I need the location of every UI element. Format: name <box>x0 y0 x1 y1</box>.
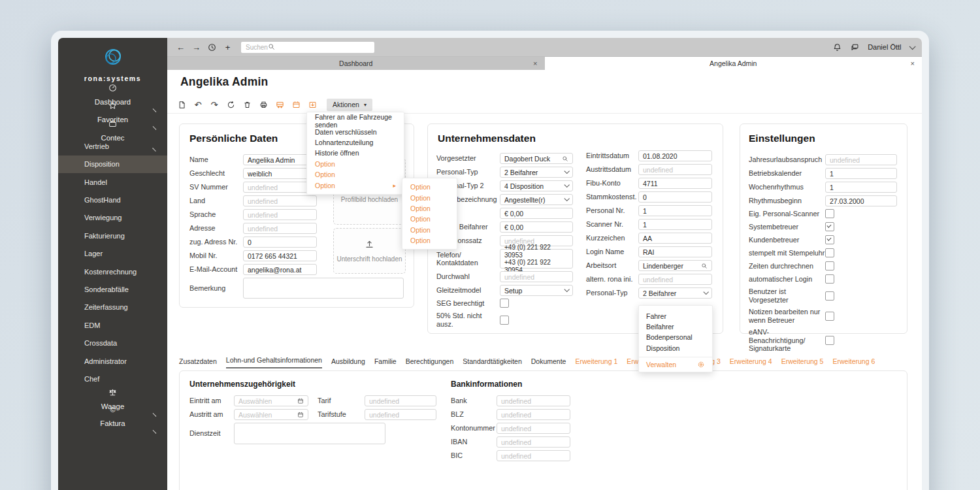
back-icon[interactable]: ← <box>176 42 186 52</box>
detail-tab-erweiterung-6[interactable]: Erweiterung 6 <box>832 357 875 368</box>
input-stammkostenst[interactable]: 0 <box>638 191 712 203</box>
detail-tab-berechtigungen[interactable]: Berechtigungen <box>406 357 454 368</box>
input-arbeitsort[interactable]: Lindenberger <box>638 260 712 271</box>
input-kontonummer[interactable]: undefined <box>497 423 570 434</box>
input-h[interactable]: € 0,00 <box>500 208 573 219</box>
input-betriebskalender[interactable]: 1 <box>825 168 897 179</box>
input-iban[interactable]: undefined <box>497 436 570 448</box>
input-austrittsdatum[interactable]: undefined <box>638 164 712 175</box>
input-jahresurlaubsanspruch[interactable]: undefined <box>825 154 897 165</box>
input-e-mail-account[interactable]: angelika@rona.at <box>243 264 317 275</box>
sidebar-item-handel[interactable]: Handel <box>58 173 167 191</box>
sidebar-item-verwiegung[interactable]: Verwiegung <box>58 209 167 227</box>
input-mobil-nr[interactable]: 0172 665 44321 <box>243 250 317 261</box>
input-login-name[interactable]: RAI <box>638 246 712 257</box>
input-tarif[interactable]: undefined <box>365 395 436 406</box>
checkbox-eanv-benachrichtigung-signaturkarte[interactable] <box>825 336 834 345</box>
checkbox-eig-personal-scanner[interactable] <box>825 209 834 218</box>
sidebar-item-disposition[interactable]: Disposition <box>58 155 167 173</box>
redo-icon[interactable]: ↷ <box>209 99 220 110</box>
input-gleitzeitmodel[interactable]: Setup <box>500 285 573 296</box>
input-berufsbezeichnung[interactable]: Angestellte(r) <box>500 194 573 205</box>
input-durchwahl[interactable]: undefined <box>500 271 573 282</box>
detail-tab-lohn-und-gehaltsinformationen[interactable]: Lohn-und Gehaltsinformationen <box>226 356 322 368</box>
detail-tab-familie[interactable]: Familie <box>374 357 397 368</box>
sidebar-item-dashboard[interactable]: Dashboard <box>58 84 167 101</box>
submenu-item-2[interactable]: Option <box>402 203 457 214</box>
refresh-icon[interactable] <box>225 99 236 110</box>
checkbox-kundenbetreuer[interactable] <box>825 235 834 244</box>
input-personal-typ-2[interactable]: 4 Disposition <box>500 180 573 191</box>
detail-tab-erweiterung-4[interactable]: Erweiterung 4 <box>730 357 772 368</box>
user-menu-chevron-icon[interactable] <box>909 43 915 49</box>
detail-tab-erweiterung-1[interactable]: Erweiterung 1 <box>575 357 617 368</box>
actions-button[interactable]: Aktionen ▾ <box>327 99 372 111</box>
input-wochenrhythmus[interactable]: 1 <box>825 182 897 193</box>
input-rhythmusbeginn[interactable]: 27.03.2000 <box>825 195 897 206</box>
input-vorgesetzter[interactable]: Dagobert Duck <box>500 153 573 164</box>
new-tab-icon[interactable]: + <box>223 42 233 52</box>
input-h-als-beifahrer[interactable]: € 0,00 <box>500 221 573 233</box>
input-altern-rona-ini[interactable]: undefined <box>638 274 712 285</box>
input-personal-typ[interactable]: 2 Beifahrer <box>500 167 573 178</box>
menu-item-historie-ffnen-3[interactable]: Historie öffnen <box>307 148 404 158</box>
checkbox-seg-berechtigt[interactable] <box>500 299 509 308</box>
checkbox-zeiten-durchrechnen[interactable] <box>825 261 834 270</box>
menu-item-option-4[interactable]: Option <box>307 159 404 169</box>
delete-icon[interactable] <box>242 99 252 110</box>
close-tab-icon[interactable]: × <box>533 60 537 67</box>
sidebar-item-favoriten[interactable]: Favoriten <box>58 101 167 119</box>
textarea-dienstzeit[interactable] <box>234 423 385 444</box>
notifications-bell-icon[interactable] <box>832 42 842 52</box>
submenu-item-0[interactable]: Option <box>402 182 457 192</box>
sidebar-item-kostenrechnung[interactable]: Kostenrechnung <box>58 263 167 280</box>
dropdown-manage-button[interactable]: Verwalten <box>639 357 712 372</box>
detail-tab-dokumente[interactable]: Dokumente <box>531 357 566 368</box>
new-document-icon[interactable] <box>176 99 187 110</box>
calendar-icon[interactable] <box>291 99 301 110</box>
sidebar-item-ghosthand[interactable]: GhostHand <box>58 191 167 208</box>
dropdown-option-bodenpersonal[interactable]: Bodenpersonal <box>639 332 712 342</box>
sidebar-item-faktura[interactable]: ©Faktura <box>58 406 167 423</box>
sidebar-item-lager[interactable]: Lager <box>58 245 167 263</box>
messages-chat-icon[interactable] <box>850 42 860 52</box>
print-icon[interactable] <box>258 99 269 110</box>
menu-item-lohnartenzuteilung-2[interactable]: Lohnartenzuteilung <box>307 137 404 148</box>
input-eintritt-am[interactable]: Auswählen <box>234 395 308 406</box>
forward-icon[interactable]: → <box>191 42 201 52</box>
signature-upload[interactable]: Unterschrift hochladen <box>333 228 406 274</box>
search-input[interactable]: Suchen <box>241 42 374 53</box>
input-telefon-kontaktdaten[interactable]: +49 (0) 221 922 30953+43 (0) 221 922 309… <box>500 249 573 269</box>
detail-tab-erweiterung-5[interactable]: Erweiterung 5 <box>781 357 824 368</box>
submenu-item-5[interactable]: Option <box>402 235 457 246</box>
menu-item-option-5[interactable]: Option <box>307 169 404 180</box>
checkbox-systembetreuer[interactable] <box>825 222 834 231</box>
close-tab-icon[interactable]: × <box>911 60 915 67</box>
input-personal-typ[interactable]: 2 Beifahrer <box>638 287 712 299</box>
sidebar-item-waage[interactable]: Waage <box>58 388 167 406</box>
input-bic[interactable]: undefined <box>497 450 570 461</box>
detail-tab-ausbildung[interactable]: Ausbildung <box>331 357 365 368</box>
checkbox-50-std-nicht-ausz[interactable] <box>500 316 509 325</box>
sidebar-item-chef[interactable]: Chef <box>58 370 167 387</box>
dropdown-option-disposition[interactable]: Disposition <box>639 343 712 353</box>
sidebar-item-fakturierung[interactable]: Fakturierung <box>58 227 167 244</box>
input-fibu-konto[interactable]: 4711 <box>638 178 712 189</box>
menu-item-fahrer-an-alle-fahrzeuge-senden-0[interactable]: Fahrer an alle Fahrzeuge senden <box>307 116 404 126</box>
menu-item-option-6[interactable]: Option▸ <box>307 180 404 190</box>
sidebar-item-contec[interactable]: Contec <box>58 120 167 137</box>
input-zug-adress-nr[interactable]: 0 <box>243 237 317 248</box>
search-icon[interactable] <box>268 43 275 52</box>
sidebar-item-crossdata[interactable]: Crossdata <box>58 334 167 351</box>
input-eintrittsdatum[interactable]: 01.08.2020 <box>638 150 712 161</box>
tab-dashboard[interactable]: Dashboard × <box>167 57 545 70</box>
checkbox-stempelt-mit-stempeluhr[interactable] <box>825 248 834 257</box>
sidebar-item-administrator[interactable]: Administrator <box>58 352 167 370</box>
dropdown-option-fahrer[interactable]: Fahrer <box>639 311 712 321</box>
tab-angelika-admin[interactable]: Angelika Admin × <box>545 57 923 70</box>
input-kurzzeichen[interactable]: AA <box>638 233 712 244</box>
input-sprache[interactable]: undefined <box>243 209 317 220</box>
sidebar-item-edm[interactable]: EDM <box>58 316 167 334</box>
checkbox-automatischer-login[interactable] <box>825 274 834 284</box>
textarea-bemerkung[interactable] <box>243 278 404 299</box>
